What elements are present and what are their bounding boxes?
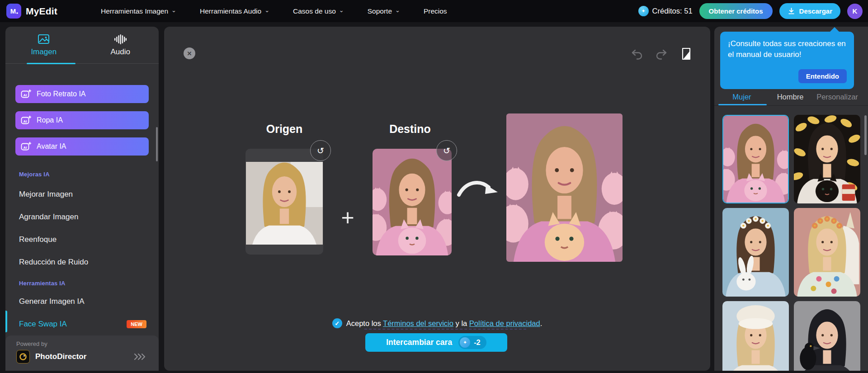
tab-audio-label: Audio (111, 47, 130, 57)
powered-by-section: Powered by PhotoDirector (5, 335, 159, 371)
template-thumbnail[interactable] (722, 208, 789, 297)
download-icon (788, 7, 795, 15)
source-image (246, 162, 323, 245)
swap-face-button[interactable]: Intercambiar cara ✦ -2 (365, 333, 507, 352)
ai-badge-icon: AI (20, 89, 32, 99)
section-herramientas-ia: Herramientas IA (19, 280, 159, 287)
chevron-down-icon: ⌄ (339, 7, 344, 13)
foto-retrato-ia-button[interactable]: AI Foto Retrato IA (15, 85, 149, 103)
template-thumbnail[interactable] (794, 208, 860, 297)
source-label: Origen (253, 123, 316, 136)
credits-status: ✦ Créditos: 51 (638, 6, 693, 16)
mejoras-list: Mejorar Imagen Agrandar Imagen Reenfoque… (5, 183, 159, 274)
chevron-down-icon: ⌄ (171, 7, 176, 13)
credit-cost-chip: ✦ -2 (458, 336, 486, 349)
user-avatar[interactable]: K (847, 4, 863, 19)
powered-by-label: Powered by (16, 340, 148, 347)
tab-hombre[interactable]: Hombre (772, 93, 808, 101)
tab-audio[interactable]: Audio (82, 27, 159, 63)
credits-count: Créditos: 51 (652, 7, 693, 15)
privacy-link[interactable]: Política de privacidad (469, 319, 540, 327)
new-badge: NEW (127, 320, 146, 328)
svg-text:AI: AI (24, 93, 27, 97)
redo-icon[interactable] (655, 48, 668, 61)
tab-imagen[interactable]: Imagen (5, 27, 82, 63)
credit-gem-icon: ✦ (460, 337, 470, 348)
result-image (506, 113, 623, 262)
image-icon (38, 34, 50, 45)
plus-icon: + (338, 204, 358, 231)
compare-icon[interactable] (679, 47, 693, 61)
dashed-divider (364, 329, 526, 330)
avatar-ia-button[interactable]: AI Avatar IA (15, 137, 149, 156)
target-image-card[interactable] (373, 149, 452, 255)
svg-text:M: M (10, 7, 16, 15)
brand[interactable]: M MyEdit (6, 4, 57, 19)
reset-target-icon[interactable]: ↺ (436, 140, 457, 161)
source-image-card[interactable] (245, 149, 323, 255)
sidebar-item-reduccion-ruido[interactable]: Reducción de Ruido (5, 251, 159, 274)
result-arrow-icon (456, 175, 500, 204)
ai-badge-icon: AI (20, 115, 32, 126)
user-manual-tooltip: ¡Consulte todas sus creaciones en el man… (720, 32, 854, 89)
svg-text:AI: AI (24, 146, 27, 150)
tabs-divider (714, 105, 868, 106)
undo-icon[interactable] (631, 48, 643, 61)
navbar-right: ✦ Créditos: 51 Obtener créditos Descarga… (638, 3, 863, 19)
chevron-down-icon: ⌄ (395, 7, 400, 13)
template-thumbnail[interactable] (722, 301, 789, 371)
menu-precios[interactable]: Precios (424, 7, 447, 15)
tooltip-text: ¡Consulte todas sus creaciones en el man… (728, 38, 846, 60)
sidebar-scrollbar[interactable] (156, 127, 158, 161)
terms-link[interactable]: Términos del servicio (383, 319, 453, 327)
ai-feature-buttons: AI Foto Retrato IA AI Ropa IA AI (5, 64, 159, 156)
top-navbar: M MyEdit Herramientas Imagen ⌄ Herramien… (0, 0, 868, 22)
template-thumbnail[interactable] (794, 115, 860, 203)
menu-soporte[interactable]: Soporte ⌄ (368, 7, 400, 15)
menu-herramientas-imagen[interactable]: Herramientas Imagen ⌄ (101, 7, 176, 15)
ropa-ia-button[interactable]: AI Ropa IA (15, 111, 149, 129)
reset-source-icon[interactable]: ↺ (310, 140, 331, 161)
photodirector-logo-icon (16, 350, 30, 364)
tab-mujer[interactable]: Mujer (727, 93, 757, 101)
sidebar-item-generar-imagen-ia[interactable]: Generar Imagen IA (5, 290, 159, 313)
ai-badge-icon: AI (20, 141, 32, 152)
sidebar-item-mejorar-imagen[interactable]: Mejorar Imagen (5, 183, 159, 206)
tooltip-caret (830, 27, 840, 32)
sidebar-item-reenfoque[interactable]: Reenfoque (5, 228, 159, 251)
photodirector-link[interactable]: PhotoDirector (16, 350, 148, 364)
credit-cost: -2 (474, 338, 481, 347)
menu-herramientas-audio[interactable]: Herramientas Audio ⌄ (200, 7, 269, 15)
credit-gem-icon: ✦ (638, 6, 649, 16)
target-label: Destino (378, 123, 442, 136)
myedit-logo-icon: M (6, 4, 21, 19)
template-thumbnail[interactable] (794, 301, 860, 371)
close-icon[interactable]: ✕ (184, 47, 195, 59)
menu-casos-de-uso[interactable]: Casos de uso ⌄ (293, 7, 344, 15)
templates-scrollbar[interactable] (864, 115, 867, 155)
get-credits-button[interactable]: Obtener créditos (699, 3, 773, 19)
left-sidebar: Imagen Audio (5, 27, 159, 371)
consent-checkbox[interactable]: ✓ (332, 318, 342, 328)
herramientas-list: Generar Imagen IA Face Swap IA NEW (5, 290, 159, 335)
entendido-button[interactable]: Entendido (798, 69, 847, 83)
consent-row: ✓ Acepto los Términos del servicio y la … (164, 318, 710, 328)
active-item-indicator (5, 311, 7, 332)
photodirector-name: PhotoDirector (35, 352, 86, 361)
main-menu: Herramientas Imagen ⌄ Herramientas Audio… (101, 7, 447, 15)
chevron-down-icon: ⌄ (264, 7, 269, 13)
consent-text: Acepto los Términos del servicio y la Po… (346, 319, 542, 328)
audio-waveform-icon (114, 34, 127, 45)
tab-personalizar[interactable]: Personalizar (815, 93, 860, 101)
sidebar-item-agrandar-imagen[interactable]: Agrandar Imagen (5, 206, 159, 228)
template-grid (722, 115, 861, 371)
tab-imagen-label: Imagen (31, 47, 57, 57)
svg-text:AI: AI (24, 119, 27, 123)
editor-canvas: ✕ Origen Destino ↺ + ↺ ✓ (164, 27, 710, 371)
sidebar-item-face-swap-ia[interactable]: Face Swap IA NEW (5, 313, 159, 335)
template-thumbnail-selected[interactable] (722, 115, 789, 203)
brand-name: MyEdit (26, 6, 57, 17)
download-button[interactable]: Descargar (779, 3, 840, 19)
myedit-app: M MyEdit Herramientas Imagen ⌄ Herramien… (0, 0, 868, 373)
sidebar-tabs: Imagen Audio (5, 27, 159, 64)
